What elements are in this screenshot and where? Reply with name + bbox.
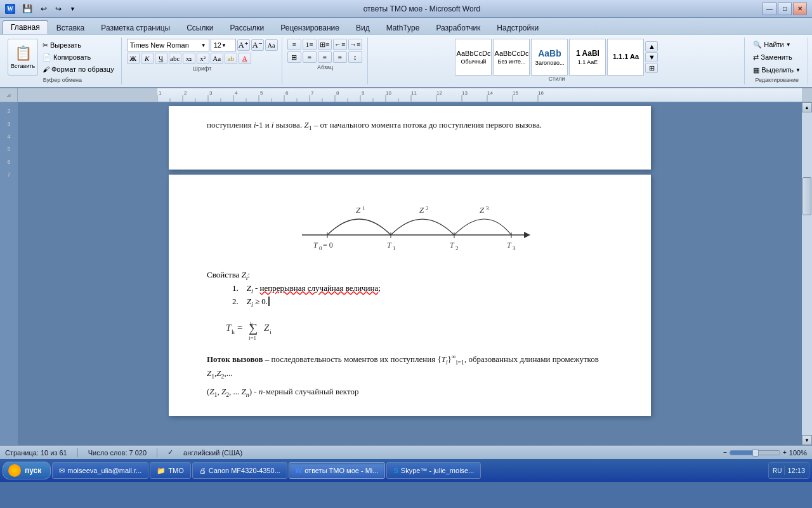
format-painter-button[interactable]: 🖌 Формат по образцу <box>39 64 117 75</box>
style-normal-preview: AaBbCcDc <box>457 50 491 57</box>
styles-scroll-up[interactable]: ▲ <box>645 41 658 51</box>
tray-divider <box>784 466 785 475</box>
svg-text:9: 9 <box>362 90 365 96</box>
minimize-button[interactable]: — <box>763 3 776 15</box>
select-button[interactable]: ▦ Выделить ▼ <box>750 64 804 76</box>
svg-text:0: 0 <box>319 245 322 251</box>
tab-mailings[interactable]: Рассылки <box>221 20 272 34</box>
svg-text:11: 11 <box>411 90 417 96</box>
scroll-track[interactable] <box>802 112 812 435</box>
styles-expand[interactable]: ⊞ <box>645 63 658 73</box>
right-scrollbar: ▲ ▼ <box>802 102 812 445</box>
z1-sub: 1 <box>362 205 365 211</box>
copy-button[interactable]: 📄 Копировать <box>39 51 117 63</box>
zoom-out-button[interactable]: − <box>723 449 727 456</box>
ruler-corner[interactable]: ⊿ <box>0 88 18 102</box>
font-group: Times New Roman ▼ 12 ▼ A⁺ A⁻ Aa Ж К Ч ab… <box>123 37 282 84</box>
tab-developer[interactable]: Разработчик <box>428 20 488 34</box>
numbered-list-button[interactable]: 1≡ <box>303 39 317 50</box>
taskbar-item-word[interactable]: W ответы ТМО мое - Mi... <box>289 462 386 479</box>
arc-z1 <box>327 219 391 235</box>
increase-indent-button[interactable]: →≡ <box>348 39 362 50</box>
bold-button[interactable]: Ж <box>127 53 140 64</box>
subscript-button[interactable]: x₂ <box>183 53 195 64</box>
increase-font-button[interactable]: A⁺ <box>237 39 250 51</box>
paragraph-label: Абзац <box>317 64 333 70</box>
document-area[interactable]: поступления i-1 и i вызова. Z1 – от нача… <box>18 102 802 445</box>
undo-button[interactable]: ↩ <box>37 3 50 15</box>
find-button[interactable]: 🔍 Найти ▼ <box>750 39 804 50</box>
folder-icon: 📁 <box>157 467 166 475</box>
replace-button[interactable]: ⇄ Заменить <box>750 51 804 63</box>
styles-group: AaBbCcDc Обычный AaBbCcDc Без инте... Aa… <box>369 37 745 84</box>
save-button[interactable]: 💾 <box>19 3 36 15</box>
italic-button[interactable]: К <box>141 53 154 64</box>
style-normal-label: Обычный <box>461 58 487 65</box>
taskbar-item-email[interactable]: ✉ moiseeva_ulia@mail.r... <box>52 462 148 479</box>
scroll-up-button[interactable]: ▲ <box>802 102 812 112</box>
redo-button[interactable]: ↪ <box>52 3 65 15</box>
clear-format-button[interactable]: Aa <box>265 39 278 51</box>
ribbon-tabs: Главная Вставка Разметка страницы Ссылки… <box>0 18 812 34</box>
strikethrough-button[interactable]: abc <box>169 53 181 64</box>
align-right-button[interactable]: ≡ <box>318 51 332 63</box>
tab-references[interactable]: Ссылки <box>178 20 221 34</box>
align-center-button[interactable]: ≡ <box>303 51 317 63</box>
decrease-font-button[interactable]: A⁻ <box>251 39 264 51</box>
z3-label: Z <box>480 205 485 215</box>
maximize-button[interactable]: □ <box>778 3 792 15</box>
zoom-controls: − + 100% <box>723 449 807 457</box>
start-button[interactable]: пуск <box>3 462 51 479</box>
zoom-slider[interactable] <box>730 450 780 455</box>
font-size-display[interactable]: 12 ▼ <box>211 39 236 51</box>
paste-button[interactable]: 📋 Вставить <box>8 39 38 76</box>
bullet-list-button[interactable]: ≡ <box>287 39 301 50</box>
scroll-thumb[interactable] <box>802 177 811 215</box>
svg-text:10: 10 <box>386 90 391 96</box>
underline-button[interactable]: Ч <box>155 53 167 64</box>
multilevel-list-button[interactable]: ⊞≡ <box>318 39 332 50</box>
tab-home[interactable]: Главная <box>3 20 48 34</box>
style-heading3-preview: 1.1.1 Aa <box>613 53 639 60</box>
page-main[interactable]: Z 1 Z 2 Z 3 T 0 = 0 T 1 <box>169 175 651 416</box>
tab-review[interactable]: Рецензирование <box>272 20 348 34</box>
style-heading2[interactable]: 1 AaBl 1.1 AaE <box>569 39 606 76</box>
tab-addins[interactable]: Надстройки <box>488 20 547 34</box>
font-color-button[interactable]: A <box>239 53 251 64</box>
superscript-button[interactable]: x² <box>197 53 209 64</box>
taskbar-item-tmo[interactable]: 📁 ТМО <box>150 462 190 479</box>
style-normal[interactable]: AaBbCcDc Обычный <box>455 39 492 76</box>
scroll-down-button[interactable]: ▼ <box>802 435 812 445</box>
quick-access-more[interactable]: ▼ <box>67 3 79 15</box>
zoom-in-button[interactable]: + <box>783 449 787 456</box>
line-spacing-button[interactable]: ↕ <box>348 51 362 63</box>
svg-text:6: 6 <box>285 90 289 96</box>
style-heading3[interactable]: 1.1.1 Aa <box>607 39 644 76</box>
justify-button[interactable]: ≡ <box>333 51 347 63</box>
taskbar-item-canon[interactable]: 🖨 Canon MF4320-4350... <box>192 462 287 479</box>
tab-layout[interactable]: Разметка страницы <box>93 20 178 34</box>
align-left-button[interactable]: ⊞ <box>287 51 301 63</box>
svg-text:∑: ∑ <box>249 321 258 335</box>
style-heading1[interactable]: AaBb Заголово... <box>531 39 568 76</box>
word-count: Число слов: 7 020 <box>88 449 147 457</box>
font-name-display[interactable]: Times New Roman ▼ <box>127 39 209 51</box>
svg-text:= 0: = 0 <box>323 241 333 250</box>
tab-view[interactable]: Вид <box>348 20 378 34</box>
arrow-head <box>524 232 530 238</box>
style-no-spacing[interactable]: AaBbCcDc Без инте... <box>493 39 530 76</box>
decrease-indent-button[interactable]: ←≡ <box>333 39 347 50</box>
ribbon: Главная Вставка Разметка страницы Ссылки… <box>0 18 812 88</box>
tab-insert[interactable]: Вставка <box>48 20 93 34</box>
property-2: 2. Zi ≥ 0. <box>232 297 613 308</box>
case-button[interactable]: Aa <box>211 53 223 64</box>
ruler-right-margin <box>802 88 812 102</box>
highlight-button[interactable]: ab <box>225 53 237 64</box>
cut-button[interactable]: ✂ Вырезать <box>39 39 117 51</box>
zoom-handle[interactable] <box>752 449 759 457</box>
tab-mathtype[interactable]: MathType <box>378 20 428 34</box>
styles-scroll-down[interactable]: ▼ <box>645 52 658 62</box>
taskbar-item-skype[interactable]: S Skype™ - julie_moise... <box>386 462 481 479</box>
close-button[interactable]: ✕ <box>793 3 807 15</box>
clock: 12:13 <box>787 467 805 474</box>
